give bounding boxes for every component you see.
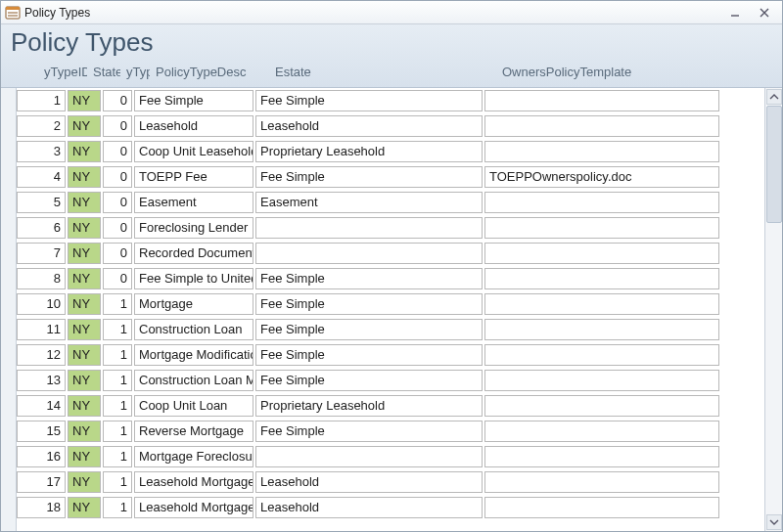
cell-id[interactable]: 12 xyxy=(17,344,66,366)
cell-type[interactable]: 0 xyxy=(103,217,132,239)
vertical-scrollbar[interactable] xyxy=(764,88,782,531)
cell-id[interactable]: 2 xyxy=(17,115,66,137)
table-row[interactable]: 7NY0Recorded Document xyxy=(1,241,764,266)
cell-desc[interactable]: TOEPP Fee xyxy=(134,166,253,188)
cell-id[interactable]: 15 xyxy=(17,421,66,442)
cell-state[interactable]: NY xyxy=(68,471,101,493)
cell-type[interactable]: 1 xyxy=(103,421,132,442)
cell-type[interactable]: 0 xyxy=(103,192,132,213)
cell-state[interactable]: NY xyxy=(68,497,101,518)
cell-tmpl[interactable] xyxy=(484,217,719,239)
cell-estate[interactable]: Fee Simple xyxy=(255,319,483,340)
cell-state[interactable]: NY xyxy=(68,319,101,340)
cell-type[interactable]: 1 xyxy=(103,446,132,467)
cell-state[interactable]: NY xyxy=(68,141,101,162)
cell-tmpl[interactable] xyxy=(484,90,719,111)
cell-tmpl[interactable] xyxy=(484,319,719,340)
table-row[interactable]: 11NY1Construction LoanFee Simple xyxy=(1,317,764,342)
col-header-type[interactable]: yType xyxy=(120,63,150,81)
cell-type[interactable]: 1 xyxy=(103,497,132,518)
cell-desc[interactable]: Recorded Document xyxy=(134,243,253,264)
table-row[interactable]: 6NY0Foreclosing Lender xyxy=(1,215,764,241)
cell-state[interactable]: NY xyxy=(68,344,101,366)
cell-estate[interactable] xyxy=(255,446,483,467)
cell-id[interactable]: 7 xyxy=(17,243,66,264)
table-row[interactable]: 15NY1Reverse MortgageFee Simple xyxy=(1,419,764,444)
cell-estate[interactable]: Leasehold xyxy=(255,497,483,518)
cell-id[interactable]: 6 xyxy=(17,217,66,239)
cell-desc[interactable]: Coop Unit Leasehold xyxy=(134,141,253,162)
scroll-thumb[interactable] xyxy=(766,106,782,223)
titlebar[interactable]: Policy Types xyxy=(1,1,782,24)
col-header-id[interactable]: yTypeID xyxy=(38,63,87,81)
cell-desc[interactable]: Foreclosing Lender xyxy=(134,217,253,239)
table-row[interactable]: 13NY1Construction Loan MFee Simple xyxy=(1,368,764,393)
cell-desc[interactable]: Fee Simple to United xyxy=(134,268,253,289)
cell-tmpl[interactable] xyxy=(484,293,719,315)
cell-state[interactable]: NY xyxy=(68,268,101,289)
cell-desc[interactable]: Coop Unit Loan xyxy=(134,395,253,417)
cell-estate[interactable]: Fee Simple xyxy=(255,370,483,391)
cell-state[interactable]: NY xyxy=(68,166,101,188)
cell-estate[interactable]: Leasehold xyxy=(255,115,483,137)
cell-estate[interactable]: Fee Simple xyxy=(255,268,483,289)
cell-state[interactable]: NY xyxy=(68,243,101,264)
cell-type[interactable]: 0 xyxy=(103,141,132,162)
scroll-up-button[interactable] xyxy=(766,89,782,105)
table-row[interactable]: 12NY1Mortgage ModificationFee Simple xyxy=(1,342,764,368)
cell-estate[interactable]: Easement xyxy=(255,192,483,213)
cell-state[interactable]: NY xyxy=(68,192,101,213)
cell-tmpl[interactable] xyxy=(484,115,719,137)
cell-id[interactable]: 1 xyxy=(17,90,66,111)
table-row[interactable]: 8NY0Fee Simple to UnitedFee Simple xyxy=(1,266,764,291)
cell-type[interactable]: 0 xyxy=(103,115,132,137)
table-row[interactable]: 14NY1Coop Unit LoanProprietary Leasehold xyxy=(1,393,764,419)
cell-type[interactable]: 1 xyxy=(103,395,132,417)
cell-type[interactable]: 1 xyxy=(103,370,132,391)
scroll-track[interactable] xyxy=(766,106,782,513)
cell-desc[interactable]: Fee Simple xyxy=(134,90,253,111)
cell-estate[interactable]: Proprietary Leasehold xyxy=(255,395,483,417)
cell-estate[interactable]: Fee Simple xyxy=(255,421,483,442)
cell-estate[interactable]: Fee Simple xyxy=(255,293,483,315)
cell-estate[interactable]: Leasehold xyxy=(255,471,483,493)
close-button[interactable] xyxy=(751,4,778,22)
table-row[interactable]: 16NY1Mortgage Foreclosure xyxy=(1,444,764,469)
scroll-down-button[interactable] xyxy=(766,514,782,530)
cell-state[interactable]: NY xyxy=(68,90,101,111)
cell-state[interactable]: NY xyxy=(68,293,101,315)
cell-tmpl[interactable] xyxy=(484,370,719,391)
table-row[interactable]: 1NY0Fee SimpleFee Simple xyxy=(1,88,764,113)
cell-type[interactable]: 1 xyxy=(103,471,132,493)
table-row[interactable]: 2NY0LeaseholdLeasehold xyxy=(1,113,764,139)
cell-estate[interactable]: Proprietary Leasehold xyxy=(255,141,483,162)
cell-type[interactable]: 0 xyxy=(103,243,132,264)
cell-desc[interactable]: Construction Loan xyxy=(134,319,253,340)
minimize-button[interactable] xyxy=(721,4,749,22)
cell-tmpl[interactable] xyxy=(484,497,719,518)
cell-desc[interactable]: Mortgage xyxy=(134,293,253,315)
table-row[interactable]: 3NY0Coop Unit LeaseholdProprietary Lease… xyxy=(1,139,764,164)
cell-state[interactable]: NY xyxy=(68,421,101,442)
table-row[interactable]: 4NY0TOEPP FeeFee SimpleTOEPPOwnerspolicy… xyxy=(1,164,764,190)
cell-type[interactable]: 0 xyxy=(103,166,132,188)
cell-state[interactable]: NY xyxy=(68,370,101,391)
cell-type[interactable]: 0 xyxy=(103,268,132,289)
cell-id[interactable]: 10 xyxy=(17,293,66,315)
cell-tmpl[interactable] xyxy=(484,395,719,417)
cell-tmpl[interactable]: TOEPPOwnerspolicy.doc xyxy=(484,166,719,188)
table-row[interactable]: 18NY1Leasehold MortgageLeasehold xyxy=(1,495,764,520)
cell-id[interactable]: 17 xyxy=(17,471,66,493)
cell-estate[interactable]: Fee Simple xyxy=(255,344,483,366)
cell-state[interactable]: NY xyxy=(68,446,101,467)
cell-tmpl[interactable] xyxy=(484,421,719,442)
cell-estate[interactable]: Fee Simple xyxy=(255,90,483,111)
cell-id[interactable]: 4 xyxy=(17,166,66,188)
cell-estate[interactable] xyxy=(255,217,483,239)
cell-id[interactable]: 3 xyxy=(17,141,66,162)
cell-id[interactable]: 5 xyxy=(17,192,66,213)
cell-id[interactable]: 18 xyxy=(17,497,66,518)
cell-desc[interactable]: Construction Loan M xyxy=(134,370,253,391)
table-row[interactable]: 5NY0EasementEasement xyxy=(1,190,764,215)
cell-id[interactable]: 13 xyxy=(17,370,66,391)
